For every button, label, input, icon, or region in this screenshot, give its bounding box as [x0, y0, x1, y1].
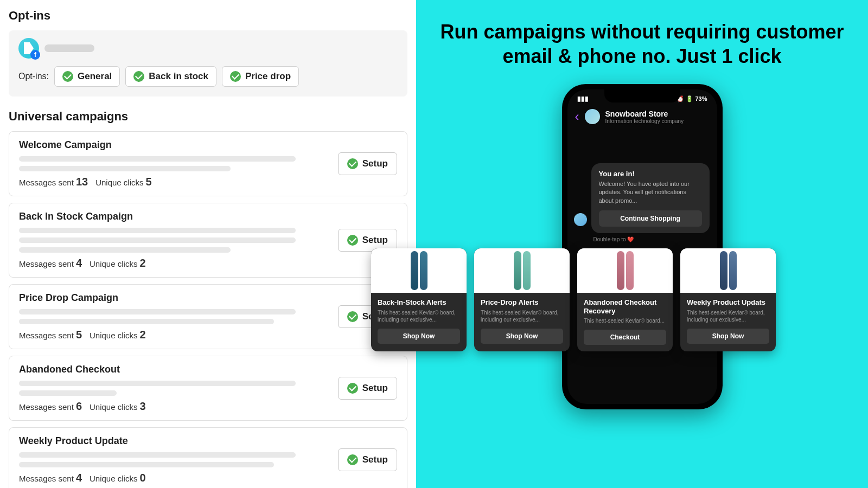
check-icon: [347, 158, 358, 169]
product-image: [474, 248, 570, 293]
check-icon: [347, 235, 358, 246]
chip-price-drop[interactable]: Price drop: [222, 66, 299, 87]
product-card: Abandoned Checkout Recovery This heat-se…: [577, 248, 673, 351]
check-icon: [347, 383, 358, 394]
messages-sent-value: 4: [76, 257, 82, 269]
store-subtitle: Information technology company: [605, 118, 684, 124]
back-arrow-icon[interactable]: ‹: [575, 109, 579, 124]
skeleton-line: [19, 452, 296, 458]
product-title: Back-In-Stock Alerts: [378, 298, 460, 307]
product-desc: This heat-sealed Kevlar® board, includin…: [481, 309, 563, 323]
setup-button[interactable]: Setup: [338, 152, 397, 175]
setup-button[interactable]: Setup: [338, 377, 397, 400]
sender-avatar: [574, 213, 587, 226]
promo-headline: Run campaigns without requiring customer…: [416, 0, 868, 68]
product-title: Weekly Product Updats: [687, 298, 769, 307]
product-title: Abandoned Checkout Recovery: [584, 298, 666, 315]
check-icon: [347, 311, 358, 322]
doubletap-hint: Double-tap to ❤️: [593, 236, 717, 242]
campaign-card: Weekly Product Update Messages sent4 Uni…: [9, 427, 407, 488]
product-card: Back-In-Stock Alerts This heat-sealed Ke…: [371, 248, 467, 351]
skeleton-line: [19, 381, 296, 386]
product-card: Weekly Product Updats This heat-sealed K…: [680, 248, 776, 351]
campaign-card: Welcome Campaign Messages sent13 Unique …: [9, 131, 407, 196]
skeleton-line: [19, 462, 274, 467]
skeleton-line: [19, 237, 296, 243]
check-icon: [347, 454, 358, 465]
continue-shopping-button[interactable]: Continue Shopping: [599, 210, 702, 227]
messages-sent-value: 5: [76, 329, 82, 341]
campaign-title: Back In Stock Campaign: [19, 211, 397, 222]
campaign-card: Back In Stock Campaign Messages sent4 Un…: [9, 203, 407, 278]
unique-clicks-value: 2: [139, 329, 145, 341]
optins-heading: Opt-ins: [9, 9, 407, 23]
campaign-title: Price Drop Campaign: [19, 292, 397, 304]
battery-icon: 🔋: [686, 95, 693, 102]
facebook-badge-icon: f: [30, 50, 40, 60]
message-body: Welcome! You have opted into our updates…: [599, 180, 702, 205]
campaigns-heading: Universal campaigns: [9, 110, 407, 124]
product-card: Price-Drop Alerts This heat-sealed Kevla…: [474, 248, 570, 351]
product-image: [371, 248, 467, 293]
product-image: [680, 248, 776, 293]
skeleton-line: [19, 390, 117, 396]
store-avatar: f: [18, 38, 39, 59]
phone-mockup: ▮▮▮ 9:17 AM ⏰🔋73% ‹ Snowboard Store Info…: [562, 84, 723, 409]
product-image: [577, 248, 673, 293]
phone-notch: [604, 89, 680, 102]
store-name-skeleton: [44, 44, 94, 52]
unique-clicks-value: 5: [146, 176, 152, 188]
campaign-card: Abandoned Checkout Messages sent6 Unique…: [9, 356, 407, 421]
campaign-title: Abandoned Checkout: [19, 364, 397, 375]
unique-clicks-value: 0: [139, 472, 145, 484]
check-icon: [230, 71, 241, 82]
optins-label: Opt-ins:: [18, 72, 49, 81]
check-icon: [62, 71, 73, 82]
unique-clicks-value: 2: [139, 257, 145, 269]
product-desc: This heat-sealed Kevlar® board, includin…: [378, 309, 460, 323]
skeleton-line: [19, 247, 231, 253]
message-title: You are in!: [599, 170, 702, 178]
chip-general[interactable]: General: [54, 66, 120, 87]
store-name: Snowboard Store: [605, 110, 684, 118]
optins-box: f Opt-ins: General Back in stock Price d…: [9, 30, 407, 97]
check-icon: [133, 71, 144, 82]
signal-icon: ▮▮▮: [577, 95, 589, 102]
shop-now-button[interactable]: Shop Now: [687, 329, 769, 344]
unique-clicks-value: 3: [139, 400, 145, 412]
setup-button[interactable]: Setup: [338, 448, 397, 471]
product-title: Price-Drop Alerts: [481, 298, 563, 307]
skeleton-line: [19, 309, 296, 314]
messages-sent-value: 13: [76, 176, 88, 188]
campaign-title: Weekly Product Update: [19, 435, 397, 447]
skeleton-line: [19, 156, 296, 162]
product-cards-row: Back-In-Stock Alerts This heat-sealed Ke…: [371, 248, 868, 351]
chip-back-in-stock[interactable]: Back in stock: [125, 66, 216, 87]
skeleton-line: [19, 228, 296, 233]
battery-pct: 73%: [695, 95, 707, 102]
messages-sent-value: 6: [76, 400, 82, 412]
product-desc: This heat-sealed Kevlar® board...: [584, 317, 666, 324]
promo-panel: Run campaigns without requiring customer…: [416, 0, 868, 488]
shop-now-button[interactable]: Shop Now: [481, 329, 563, 344]
product-desc: This heat-sealed Kevlar® board, includin…: [687, 309, 769, 323]
campaign-title: Welcome Campaign: [19, 139, 397, 151]
store-chat-avatar: [585, 109, 600, 124]
messages-sent-value: 4: [76, 472, 82, 484]
message-bubble: You are in! Welcome! You have opted into…: [591, 163, 710, 233]
skeleton-line: [19, 166, 231, 171]
shop-now-button[interactable]: Shop Now: [378, 329, 460, 344]
skeleton-line: [19, 319, 274, 324]
campaign-card: Price Drop Campaign Messages sent5 Uniqu…: [9, 284, 407, 349]
checkout-button[interactable]: Checkout: [584, 330, 666, 345]
left-panel: Opt-ins f Opt-ins: General Back in stock…: [0, 0, 416, 488]
